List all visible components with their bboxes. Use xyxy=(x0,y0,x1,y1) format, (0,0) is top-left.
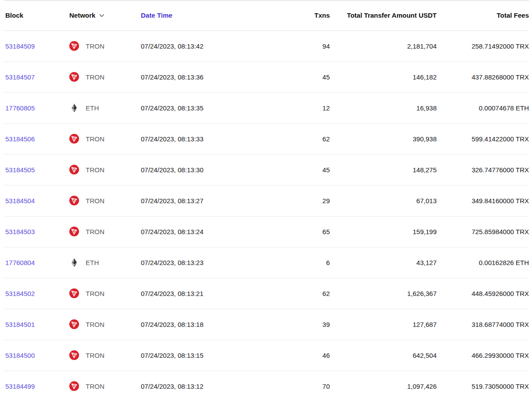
tron-coin-icon xyxy=(69,381,79,391)
tron-coin-icon xyxy=(69,165,79,174)
network-label: TRON xyxy=(86,228,105,235)
column-header-total-fees-label: Total Fees xyxy=(497,11,529,19)
transfer-amount-cell: 43,127 xyxy=(330,247,437,278)
transfer-amount-cell: 146,182 xyxy=(330,61,437,92)
block-cell: 53184499 xyxy=(4,371,68,398)
transfer-amount-cell: 159,199 xyxy=(330,216,437,247)
network-label: TRON xyxy=(86,42,105,50)
block-cell: 53184507 xyxy=(4,61,68,92)
column-header-total-fees: Total Fees xyxy=(437,0,529,30)
txns-cell: 39 xyxy=(246,309,330,340)
column-header-transfer-amount-label: Total Transfer Amount USDT xyxy=(347,11,437,19)
network-label: TRON xyxy=(86,135,105,143)
table-row: 53184505TRON07/24/2023, 08:13:3045148,27… xyxy=(4,154,529,185)
total-fees-cell: 519.73050000 TRX xyxy=(437,371,529,398)
network-label: ETH xyxy=(86,259,99,266)
table-header-row: Block Network Date Time Txns xyxy=(4,0,529,30)
table-row: 53184503TRON07/24/2023, 08:13:2465159,19… xyxy=(4,216,529,247)
txns-cell: 45 xyxy=(246,61,330,92)
txns-cell: 70 xyxy=(246,371,330,398)
total-fees-cell: 599.41422000 TRX xyxy=(437,123,529,154)
total-fees-cell: 318.68774000 TRX xyxy=(437,309,529,340)
block-number-link[interactable]: 53184504 xyxy=(5,197,35,205)
table-row: 53184507TRON07/24/2023, 08:13:3645146,18… xyxy=(4,61,529,92)
total-fees-cell: 349.84160000 TRX xyxy=(437,185,529,216)
block-number-link[interactable]: 53184505 xyxy=(5,166,35,174)
transfer-amount-cell: 1,626,367 xyxy=(330,278,437,309)
txns-cell: 65 xyxy=(246,216,330,247)
transfer-amount-cell: 1,097,426 xyxy=(330,371,437,398)
chevron-down-icon[interactable] xyxy=(99,14,104,17)
block-number-link[interactable]: 53184509 xyxy=(5,42,35,50)
column-header-network[interactable]: Network xyxy=(68,0,140,30)
table-row: 17760804ETH07/24/2023, 08:13:23643,1270.… xyxy=(4,247,529,278)
total-fees-cell: 326.74776000 TRX xyxy=(437,154,529,185)
block-number-link[interactable]: 53184507 xyxy=(5,73,35,81)
txns-cell: 12 xyxy=(246,92,330,123)
table-row: 53184499TRON07/24/2023, 08:13:12701,097,… xyxy=(4,371,529,398)
network-label: TRON xyxy=(86,321,105,328)
txns-cell: 62 xyxy=(246,123,330,154)
column-header-network-label: Network xyxy=(69,11,95,20)
block-number-link[interactable]: 17760805 xyxy=(5,104,35,112)
network-cell: TRON xyxy=(68,123,140,154)
transfer-amount-cell: 642,504 xyxy=(330,340,437,371)
block-number-link[interactable]: 17760804 xyxy=(5,259,35,266)
network-cell: TRON xyxy=(68,309,140,340)
table-row: 53184501TRON07/24/2023, 08:13:1839127,68… xyxy=(4,309,529,340)
txns-cell: 45 xyxy=(246,154,330,185)
network-cell: TRON xyxy=(68,278,140,309)
network-label: TRON xyxy=(86,166,105,174)
block-number-link[interactable]: 53184502 xyxy=(5,290,35,297)
datetime-cell: 07/24/2023, 08:13:23 xyxy=(140,247,246,278)
transfer-amount-cell: 67,013 xyxy=(330,185,437,216)
block-cell: 53184501 xyxy=(4,309,68,340)
network-cell: TRON xyxy=(68,371,140,398)
network-cell: TRON xyxy=(68,340,140,371)
tron-coin-icon xyxy=(69,288,79,298)
blocks-table-container: Block Network Date Time Txns xyxy=(0,0,532,398)
column-header-transfer-amount: Total Transfer Amount USDT xyxy=(330,0,437,30)
transfer-amount-cell: 16,938 xyxy=(330,92,437,123)
column-header-datetime-label[interactable]: Date Time xyxy=(141,11,172,19)
column-header-datetime[interactable]: Date Time xyxy=(140,0,246,30)
table-row: 17760805ETH07/24/2023, 08:13:351216,9380… xyxy=(4,92,529,123)
network-cell: TRON xyxy=(68,30,140,61)
column-header-block: Block xyxy=(4,0,68,30)
network-label: TRON xyxy=(86,352,105,359)
network-cell: ETH xyxy=(68,247,140,278)
block-number-link[interactable]: 53184500 xyxy=(5,352,35,359)
network-label: TRON xyxy=(86,197,105,205)
network-cell: TRON xyxy=(68,185,140,216)
total-fees-cell: 0.00162826 ETH xyxy=(437,247,529,278)
tron-coin-icon xyxy=(69,196,79,205)
tron-coin-icon xyxy=(69,227,79,236)
block-cell: 53184506 xyxy=(4,123,68,154)
network-cell: TRON xyxy=(68,154,140,185)
ethereum-icon xyxy=(69,258,79,267)
datetime-cell: 07/24/2023, 08:13:15 xyxy=(140,340,246,371)
tron-coin-icon xyxy=(69,72,79,82)
transfer-amount-cell: 2,181,704 xyxy=(330,30,437,61)
table-row: 53184502TRON07/24/2023, 08:13:21621,626,… xyxy=(4,278,529,309)
total-fees-cell: 725.85984000 TRX xyxy=(437,216,529,247)
table-row: 53184506TRON07/24/2023, 08:13:3362390,93… xyxy=(4,123,529,154)
block-number-link[interactable]: 53184501 xyxy=(5,321,35,328)
column-header-txns: Txns xyxy=(246,0,330,30)
block-cell: 53184504 xyxy=(4,185,68,216)
total-fees-cell: 258.71492000 TRX xyxy=(437,30,529,61)
txns-cell: 6 xyxy=(246,247,330,278)
block-number-link[interactable]: 53184506 xyxy=(5,135,35,143)
transfer-amount-cell: 148,275 xyxy=(330,154,437,185)
datetime-cell: 07/24/2023, 08:13:24 xyxy=(140,216,246,247)
total-fees-cell: 0.00074678 ETH xyxy=(437,92,529,123)
block-number-link[interactable]: 53184503 xyxy=(5,228,35,235)
block-number-link[interactable]: 53184499 xyxy=(5,383,35,390)
block-cell: 17760804 xyxy=(4,247,68,278)
network-cell: ETH xyxy=(68,92,140,123)
datetime-cell: 07/24/2023, 08:13:42 xyxy=(140,30,246,61)
column-header-block-label: Block xyxy=(5,11,23,19)
block-cell: 53184505 xyxy=(4,154,68,185)
block-cell: 53184500 xyxy=(4,340,68,371)
datetime-cell: 07/24/2023, 08:13:18 xyxy=(140,309,246,340)
